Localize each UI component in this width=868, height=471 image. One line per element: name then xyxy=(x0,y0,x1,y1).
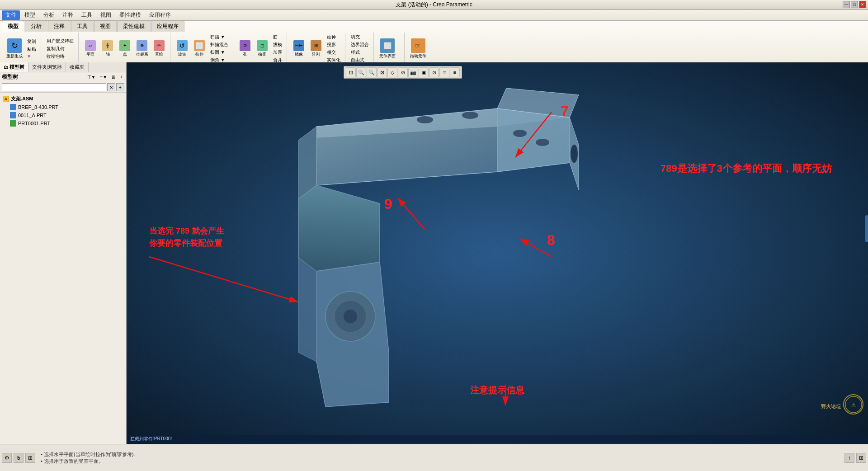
minimize-button[interactable]: — xyxy=(843,1,850,8)
component-bar-text: 拦截到零件:PRT0001 xyxy=(130,436,173,442)
btn-point[interactable]: ✦ 点 xyxy=(117,39,133,58)
ribbon-tab-flex[interactable]: 柔性建模 xyxy=(117,21,151,32)
tree-expand-btn[interactable]: ⊞ xyxy=(110,74,117,80)
btn-revolve[interactable]: ↺ 旋转 xyxy=(174,39,190,58)
view-more[interactable]: ≡ xyxy=(450,67,460,77)
btn-extend[interactable]: 延伸 xyxy=(325,33,342,41)
status-line-2: • 选择用于放置的竖直平面。 xyxy=(41,458,839,465)
btn-sweep[interactable]: 扫描 ▼ xyxy=(208,33,230,41)
btn-rib[interactable]: 筋 xyxy=(271,33,284,41)
tree-item-asm[interactable]: A 支架.ASM xyxy=(2,94,124,103)
ribbon-tab-view[interactable]: 视图 xyxy=(94,21,117,32)
titlebar: 支架 (活动的) - Creo Parametric — □ ✕ xyxy=(0,0,868,10)
tree-filter-add[interactable]: + xyxy=(116,83,124,91)
component-bar: 拦截到零件:PRT0001 xyxy=(127,435,868,443)
viewport[interactable]: ⊡ 🔍 🔍 ⊠ ◇ ⊘ 📷 ▣ ⊙ ≣ ≡ xyxy=(127,62,868,444)
btn-regenerate[interactable]: ↻ 重新生成 xyxy=(5,38,24,60)
btn-extrude[interactable]: ⬜ 拉伸 xyxy=(191,39,208,58)
tree-item-prt0001[interactable]: PRT0001.PRT xyxy=(2,119,124,127)
view-pan[interactable]: ⊠ xyxy=(377,67,387,77)
menu-apps[interactable]: 应用程序 xyxy=(146,10,175,20)
view-zoom-out[interactable]: 🔍 xyxy=(367,67,377,77)
btn-copy-geometry[interactable]: 复制几何 xyxy=(45,45,75,52)
btn-user-feature[interactable]: 用户定义特征 xyxy=(45,38,75,45)
btn-pattern[interactable]: ⊞ 阵列 xyxy=(308,39,324,58)
view-saved[interactable]: 📷 xyxy=(408,67,418,77)
menu-analysis[interactable]: 分析 xyxy=(40,10,58,20)
operations-buttons: ↻ 重新生成 复制 粘贴 ✕ xyxy=(5,33,38,64)
tree-filter-clear[interactable]: ✕ xyxy=(107,83,115,91)
ribbon-tab-model[interactable]: 模型 xyxy=(2,21,24,32)
ribbon-tab-apps[interactable]: 应用程序 xyxy=(151,21,184,32)
scrollbar-indicator xyxy=(865,215,868,242)
tree-item-brep[interactable]: BREP_8-430.PRT xyxy=(2,103,124,111)
datum-buttons: ▱ 平面 ╫ 轴 ✦ 点 ⊕ 坐标系 ✏ 草绘 xyxy=(82,33,167,64)
ribbon-tab-analysis[interactable]: 分析 xyxy=(25,21,47,32)
btn-sketch[interactable]: ✏ 草绘 xyxy=(151,39,167,58)
watermark-circle: 火 xyxy=(843,394,863,414)
window-title: 支架 (活动的) - Creo Parametric xyxy=(396,1,472,9)
btn-sweep-blend[interactable]: 扫描混合 xyxy=(208,41,230,48)
ribbon-tab-annotation[interactable]: 注释 xyxy=(48,21,71,32)
svg-point-15 xyxy=(571,145,578,163)
svg-point-12 xyxy=(462,112,478,119)
menu-file[interactable]: 文件 xyxy=(2,10,20,20)
tree-columns-btn[interactable]: ≡▼ xyxy=(98,74,109,80)
view-orient[interactable]: ◇ xyxy=(387,67,397,77)
tree-content: A 支架.ASM BREP_8-430.PRT 0011_A.PRT PRT00… xyxy=(0,93,126,444)
btn-drag-component[interactable]: ☞ 拖动元件 xyxy=(408,38,428,60)
svg-marker-3 xyxy=(298,185,380,271)
menu-annotation[interactable]: 注释 xyxy=(59,10,77,20)
btn-plane[interactable]: ▱ 平面 xyxy=(82,39,99,58)
menu-view[interactable]: 视图 xyxy=(97,10,115,20)
btn-csys[interactable]: ⊕ 坐标系 xyxy=(134,39,150,58)
menu-flex-modeling[interactable]: 柔性建模 xyxy=(116,10,145,20)
menu-model[interactable]: 模型 xyxy=(21,10,39,20)
status-btn-1[interactable]: ⚙ xyxy=(2,453,12,463)
menu-tools[interactable]: 工具 xyxy=(78,10,96,20)
btn-hole[interactable]: ⊙ 孔 xyxy=(237,39,253,58)
btn-boundary[interactable]: 边界混合 xyxy=(349,41,371,48)
btn-mirror[interactable]: ⊣⊢ 镜像 xyxy=(291,39,307,58)
status-btn-2[interactable]: 🖱 xyxy=(14,453,24,463)
tree-item-0011a[interactable]: 0011_A.PRT xyxy=(2,111,124,119)
close-button[interactable]: ✕ xyxy=(859,1,866,8)
btn-paste[interactable]: 粘贴 xyxy=(25,46,38,53)
btn-project[interactable]: 投影 xyxy=(325,41,342,48)
tree-add-btn[interactable]: + xyxy=(118,74,124,80)
btn-draft[interactable]: 拔模 xyxy=(271,41,284,48)
panel-tab-folderbrowser[interactable]: 文件夹浏览器 xyxy=(28,62,66,72)
btn-shrink-wrap[interactable]: 收缩包络 xyxy=(45,53,75,60)
btn-delete[interactable]: ✕ xyxy=(25,53,38,59)
btn-round[interactable]: 扫圆 ▼ xyxy=(208,49,230,56)
annotation-8: 8 xyxy=(547,232,555,249)
modelintent-buttons: ⬜ 元件界面 xyxy=(377,33,397,64)
btn-style[interactable]: 样式 xyxy=(349,49,371,56)
prt-blue-icon xyxy=(10,104,16,110)
btn-shell[interactable]: ◻ 抽壳 xyxy=(254,39,270,58)
btn-copy[interactable]: 复制 xyxy=(25,38,38,45)
btn-intersect[interactable]: 相交 xyxy=(325,49,342,56)
btn-axis[interactable]: ╫ 轴 xyxy=(99,39,116,58)
btn-thicken[interactable]: 加厚 xyxy=(271,49,284,56)
tree-settings-btn[interactable]: ⊤▼ xyxy=(85,74,98,80)
status-right-btn-1[interactable]: ↑ xyxy=(844,453,854,463)
btn-fill[interactable]: 填充 xyxy=(349,33,371,41)
view-perspective[interactable]: ⊙ xyxy=(429,67,439,77)
view-display-style[interactable]: ▣ xyxy=(419,67,429,77)
status-btn-3[interactable]: ⊞ xyxy=(25,453,35,463)
panel-tab-favorites[interactable]: 收藏夹 xyxy=(66,62,89,72)
view-section[interactable]: ⊘ xyxy=(398,67,408,77)
tree-filter-input[interactable] xyxy=(2,83,106,91)
view-zoom-fit[interactable]: ⊡ xyxy=(346,67,356,77)
tree-toolbar: 模型树 ⊤▼ ≡▼ ⊞ + xyxy=(0,72,126,82)
status-right-btn-2[interactable]: ⊞ xyxy=(856,453,866,463)
statusbar: ⚙ 🖱 ⊞ • 选择水平平面(当草绘时拉作为'顶部'参考). • 选择用于放置的… xyxy=(0,444,868,471)
getdata-buttons: 用户定义特征 复制几何 收缩包络 xyxy=(45,33,75,64)
btn-component-interface[interactable]: ⬜ 元件界面 xyxy=(377,38,397,60)
restore-button[interactable]: □ xyxy=(851,1,858,8)
ribbon-tab-tools[interactable]: 工具 xyxy=(71,21,94,32)
view-visibility[interactable]: ≣ xyxy=(439,67,449,77)
panel-tab-modeltree[interactable]: 🗂 模型树 xyxy=(0,62,28,72)
view-zoom-in[interactable]: 🔍 xyxy=(356,67,366,77)
